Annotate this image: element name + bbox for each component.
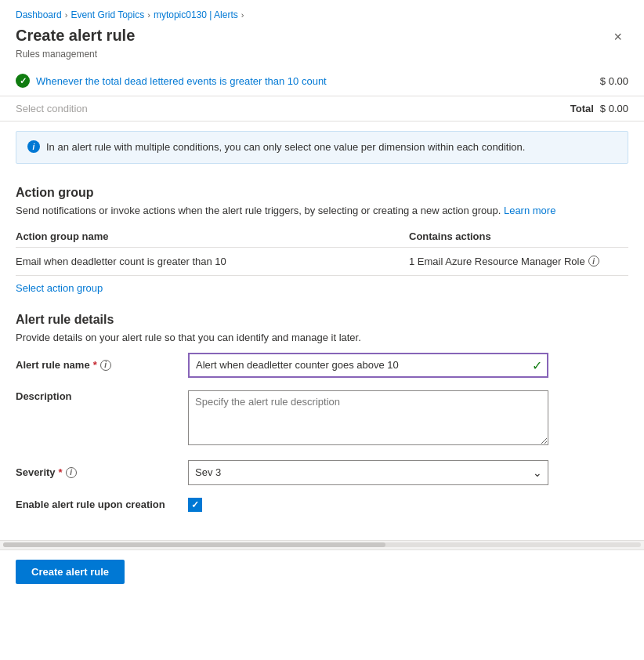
form-row-severity: Severity * i Sev 0 Sev 1 Sev 2 Sev 3 Sev… [16, 460, 628, 485]
breadcrumb: Dashboard › Event Grid Topics › mytopic0… [0, 0, 644, 24]
select-action-group-link[interactable]: Select action group [16, 282, 103, 294]
action-group-table-header: Action group name Contains actions [16, 226, 628, 248]
action-group-title: Action group [16, 186, 628, 200]
severity-select[interactable]: Sev 0 Sev 1 Sev 2 Sev 3 Sev 4 [188, 460, 548, 485]
form-row-name: Alert rule name * i ✓ [16, 353, 628, 378]
name-required-star: * [93, 359, 97, 371]
header: Create alert rule × [0, 24, 644, 49]
col-header-name: Action group name [16, 230, 409, 242]
alert-rule-name-input[interactable] [188, 353, 548, 378]
breadcrumb-alerts[interactable]: mytopic0130 | Alerts [154, 9, 238, 20]
action-group-info-icon[interactable]: i [588, 256, 599, 267]
alert-rule-details-section: Alert rule details Provide details on yo… [0, 300, 644, 534]
description-label: Description [16, 390, 188, 402]
enable-checkbox[interactable] [188, 498, 202, 512]
condition-check-icon [16, 74, 30, 88]
enable-checkbox-wrap [188, 498, 202, 512]
condition-link[interactable]: Whenever the total dead lettered events … [36, 75, 327, 87]
action-group-name: Email when deadletter count is greater t… [16, 256, 409, 267]
total-label: Total [570, 103, 594, 114]
severity-input-wrap: Sev 0 Sev 1 Sev 2 Sev 3 Sev 4 [188, 460, 628, 485]
scrollbar-track [3, 542, 641, 547]
col-header-actions: Contains actions [409, 230, 628, 242]
form-row-enable: Enable alert rule upon creation [16, 498, 628, 512]
breadcrumb-chevron-2: › [147, 10, 150, 20]
create-alert-rule-button[interactable]: Create alert rule [16, 560, 125, 584]
name-label: Alert rule name * i [16, 359, 188, 371]
form-row-description: Description [16, 390, 628, 448]
description-input-wrap [188, 390, 628, 448]
total-row: Select condition Total $ 0.00 [0, 96, 644, 121]
panel-subtitle: Rules management [0, 49, 644, 66]
name-input-wrap: ✓ [188, 353, 628, 378]
severity-required-star: * [59, 466, 63, 478]
create-alert-panel: Dashboard › Event Grid Topics › mytopic0… [0, 0, 644, 660]
condition-row: Whenever the total dead lettered events … [0, 66, 644, 96]
name-checkmark-icon: ✓ [532, 357, 542, 372]
scrollbar-thumb [3, 542, 385, 547]
name-input-container: ✓ [188, 353, 548, 378]
action-group-desc: Send notifications or invoke actions whe… [16, 205, 628, 216]
info-text: In an alert rule with multiple condition… [46, 140, 525, 155]
breadcrumb-chevron-3: › [241, 10, 244, 20]
action-group-row: Email when deadletter count is greater t… [16, 248, 628, 276]
total-price: $ 0.00 [600, 103, 628, 114]
severity-select-wrap: Sev 0 Sev 1 Sev 2 Sev 3 Sev 4 [188, 460, 548, 485]
severity-info-icon[interactable]: i [66, 467, 77, 478]
breadcrumb-event-grid[interactable]: Event Grid Topics [71, 9, 144, 20]
alert-details-desc: Provide details on your alert rule so th… [16, 332, 628, 343]
description-textarea[interactable] [188, 390, 548, 445]
condition-price: $ 0.00 [600, 75, 628, 87]
footer: Create alert rule [0, 549, 644, 593]
name-info-icon[interactable]: i [100, 360, 111, 371]
page-title: Create alert rule [16, 27, 135, 45]
close-button[interactable]: × [607, 27, 628, 47]
horizontal-scrollbar[interactable] [0, 540, 644, 549]
enable-label: Enable alert rule upon creation [16, 499, 188, 510]
severity-label: Severity * i [16, 466, 188, 478]
learn-more-link[interactable]: Learn more [504, 205, 555, 216]
condition-left: Whenever the total dead lettered events … [16, 74, 327, 88]
info-banner: In an alert rule with multiple condition… [16, 131, 628, 164]
info-icon [27, 140, 40, 153]
alert-details-title: Alert rule details [16, 313, 628, 327]
breadcrumb-chevron-1: › [65, 10, 68, 20]
action-group-actions: 1 Email Azure Resource Manager Role i [409, 256, 628, 267]
breadcrumb-dashboard[interactable]: Dashboard [16, 9, 62, 20]
select-condition-placeholder: Select condition [16, 103, 564, 114]
action-group-section: Action group Send notifications or invok… [0, 173, 644, 300]
